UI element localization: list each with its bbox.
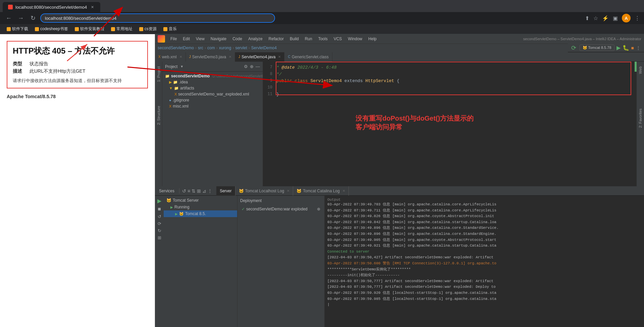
reload-icon[interactable]: ↺	[182, 188, 186, 194]
web-side-tab[interactable]: Web	[638, 64, 643, 76]
stop-service-icon[interactable]: ■	[158, 206, 161, 212]
bookmark-icon[interactable]: ☆	[593, 15, 598, 21]
menu-tools[interactable]: Tools	[316, 36, 330, 42]
project-side-tab[interactable]: 1: Project	[156, 64, 161, 84]
more-run-options[interactable]: ⋮	[636, 45, 641, 51]
panel-collapse-icon[interactable]: ⊕	[250, 64, 254, 69]
tree-item-misc-xml[interactable]: X misc.xml	[162, 103, 263, 109]
menu-refactor[interactable]: Refactor	[266, 36, 286, 42]
scroll-up-icon[interactable]: ≡	[187, 188, 190, 194]
bookmarks-bar: 软件下载 codesheep书签 软件安装教程 常用地址 cs资源 音乐	[0, 24, 644, 34]
filter-icon[interactable]: ⊿	[202, 188, 206, 194]
menu-view[interactable]: View	[193, 36, 207, 42]
bookmark-cs-resources[interactable]: cs资源	[137, 25, 159, 32]
server-tree: 🐱 Tomcat Server ▶ Running ▶ 🐱 Tomcat 8.5…	[164, 196, 237, 327]
bookmark-music[interactable]: 音乐	[161, 25, 179, 32]
layout-icon[interactable]: ⊞	[197, 188, 201, 194]
panel-hide-icon[interactable]: —	[256, 64, 260, 69]
favorites-side-tab[interactable]: 2: Favorites	[638, 107, 643, 130]
menu-analyze[interactable]: Analyze	[246, 36, 265, 42]
line-number: 11	[263, 91, 276, 98]
refresh-icon[interactable]: ↻	[158, 228, 161, 233]
server-tree-tomcat-server[interactable]: 🐱 Tomcat Server	[164, 197, 237, 204]
tab-close-icon[interactable]: ✕	[278, 55, 281, 59]
nav-forward-button[interactable]: →	[16, 15, 25, 22]
extensions-icon[interactable]: ⚡	[602, 15, 609, 21]
bc-com[interactable]: com	[207, 46, 215, 50]
tab-close-icon[interactable]: ✕	[229, 55, 231, 59]
structure-side-tab[interactable]: 2: Structure	[156, 104, 161, 127]
tab-close-icon[interactable]: ✕	[179, 55, 182, 59]
deploy-action-icon[interactable]: ⊕	[317, 207, 320, 211]
bookmark-software-download[interactable]: 软件下载	[4, 25, 31, 32]
menu-vcs[interactable]: VCS	[331, 36, 345, 42]
bc-project[interactable]: secondServletDemo	[158, 46, 194, 50]
more-options-icon[interactable]: ⋮	[208, 188, 212, 194]
tab-genericservlet[interactable]: C GenericServlet.class	[284, 52, 332, 62]
reload-button[interactable]: ↻	[28, 14, 38, 22]
tree-item-artifacts[interactable]: ▼ 📁 artifacts	[162, 85, 263, 91]
code-editor[interactable]: 7 * @date 2022/4/3 - 6:48 8 */ 9 public …	[263, 62, 637, 186]
profile-avatar[interactable]: A	[622, 14, 631, 22]
settings-icon[interactable]: ⊞	[158, 235, 161, 240]
menu-edit[interactable]: Edit	[180, 36, 193, 42]
tab-tomcat-localhost-log[interactable]: 🐱 Tomcat Localhost Log ✕	[235, 186, 293, 196]
menu-icon[interactable]: ⋮	[635, 15, 640, 21]
scroll-down-icon[interactable]: ⇅	[192, 188, 196, 194]
address-bar[interactable]: localhost:8080/secondServlet/demo4	[40, 13, 275, 23]
tab-close-icon[interactable]: ✕	[342, 189, 345, 193]
browser-toolbar-right: ⬆ ☆ ⚡ ▣ A ⋮	[585, 14, 640, 22]
bc-xurong[interactable]: xurong	[219, 46, 231, 50]
tab-close-icon[interactable]: ✕	[287, 189, 289, 193]
menu-window[interactable]: Window	[345, 36, 365, 42]
tab-label: ServletDemo3.java	[192, 55, 226, 59]
sync-icon[interactable]: ⟳	[158, 221, 161, 226]
window-icon[interactable]: ▣	[613, 15, 618, 21]
tab-servletdemo3[interactable]: J ServletDemo3.java ✕	[186, 52, 235, 62]
left-side-panel: 1: Project 2: Structure	[155, 62, 162, 186]
bookmark-software-install[interactable]: 软件安装教程	[72, 25, 107, 32]
table-row: 描述 此URL不支持Http方法GET	[13, 68, 142, 75]
run-sync-icon[interactable]: ⟳	[571, 44, 576, 52]
project-tree: 📁 secondServletDemo D:\Java\Servlet\seco…	[162, 72, 263, 186]
bookmark-codesheep[interactable]: codesheep书签	[32, 25, 71, 32]
bc-src[interactable]: src	[198, 46, 203, 50]
run-service-icon[interactable]: ▶	[157, 198, 161, 204]
bc-servlet[interactable]: servlet	[235, 46, 247, 50]
menu-run[interactable]: Run	[302, 36, 315, 42]
debug-button[interactable]: 🐛	[623, 45, 629, 51]
code-content[interactable]: 7 * @date 2022/4/3 - 6:48 8 */ 9 public …	[263, 62, 637, 186]
menu-file[interactable]: File	[168, 36, 179, 42]
menu-navigate[interactable]: Navigate	[208, 36, 229, 42]
menu-build[interactable]: Build	[287, 36, 302, 42]
browser-tab-active[interactable]: localhost:8080/secondServlet/demo4 ✕	[3, 2, 100, 12]
output-line: ***********ServletDemo实例化了*********	[327, 267, 641, 273]
deploy-right-icons: ⊕	[317, 207, 320, 211]
tree-item-war-xml[interactable]: X secondServletDemo_war_exploded.xml	[162, 91, 263, 97]
redeploy-icon[interactable]: ↺	[158, 214, 161, 219]
tab-server[interactable]: Server	[216, 186, 235, 196]
panel-gear-icon[interactable]: ⚙	[244, 64, 248, 69]
output-panel[interactable]: Output 03-Apr-2022 07:39:49.703 信息 [main…	[325, 196, 644, 327]
bc-servletdemo4[interactable]: ServletDemo4	[251, 46, 277, 50]
project-dropdown-icon[interactable]: ▼	[180, 65, 183, 68]
server-tree-running[interactable]: ▶ Running	[164, 204, 237, 210]
run-button[interactable]: ▶	[616, 45, 621, 51]
nav-back-button[interactable]: ←	[4, 15, 13, 22]
tab-servletdemo4[interactable]: J ServletDemo4.java ✕	[235, 52, 284, 62]
tree-item-idea[interactable]: ▶ 📁 .idea	[162, 79, 263, 85]
menu-code[interactable]: Code	[230, 36, 245, 42]
tab-tomcat-catalina-log[interactable]: 🐱 Tomcat Catalina Log ✕	[293, 186, 348, 196]
tree-item-gitignore[interactable]: ● .gitignore	[162, 97, 263, 103]
tab-close-button[interactable]: ✕	[90, 4, 95, 10]
stop-button[interactable]: ■	[631, 45, 634, 51]
bookmark-common-url[interactable]: 常用地址	[108, 25, 135, 32]
tab-webxml[interactable]: X web.xml ✕	[155, 52, 186, 62]
tab-label: Tomcat Catalina Log	[303, 189, 339, 193]
server-tree-tomcat-instance[interactable]: ▶ 🐱 Tomcat 8.5.	[164, 210, 237, 217]
output-line: 03-Apr-2022 07:39:49.703 信息 [main] org.a…	[327, 202, 641, 208]
tomcat-version-badge[interactable]: 🐱 Tomcat 8.5.78	[580, 45, 614, 51]
menu-help[interactable]: Help	[366, 36, 379, 42]
tree-item-root[interactable]: 📁 secondServletDemo D:\Java\Servlet\seco…	[162, 73, 263, 79]
share-icon[interactable]: ⬆	[585, 15, 589, 21]
